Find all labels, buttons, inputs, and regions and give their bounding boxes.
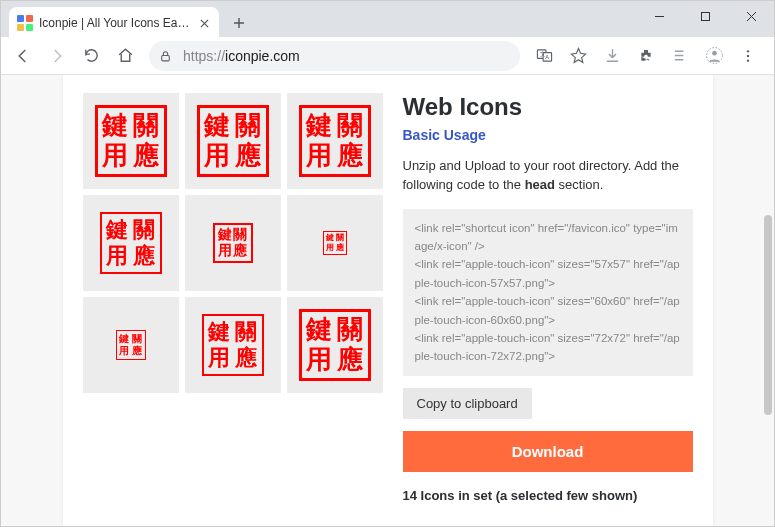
svg-rect-0 <box>701 12 709 20</box>
favicon <box>17 15 33 31</box>
forward-button[interactable] <box>41 40 73 72</box>
icon-preview[interactable]: 鍵關用應 <box>185 297 281 393</box>
section-subtitle: Basic Usage <box>403 127 693 143</box>
description: Unzip and Upload to your root directory.… <box>403 157 693 195</box>
bookmark-icon[interactable] <box>562 40 594 72</box>
home-button[interactable] <box>109 40 141 72</box>
download-button[interactable]: Download <box>403 431 693 472</box>
copy-button[interactable]: Copy to clipboard <box>403 388 532 419</box>
svg-point-8 <box>747 50 749 52</box>
svg-text:A: A <box>545 54 549 60</box>
info-panel: Web Icons Basic Usage Unzip and Upload t… <box>403 93 693 508</box>
address-bar[interactable]: https://iconpie.com <box>149 41 520 71</box>
url-text: https://iconpie.com <box>183 48 300 64</box>
icon-preview[interactable]: 鍵關用應 <box>287 93 383 189</box>
minimize-button[interactable] <box>636 1 682 31</box>
reload-button[interactable] <box>75 40 107 72</box>
icon-preview[interactable]: 鍵關用應 <box>185 195 281 291</box>
toolbar: https://iconpie.com 文A <box>1 37 774 75</box>
code-snippet: <link rel="shortcut icon" href="/favicon… <box>403 209 693 376</box>
icon-count-text: 14 Icons in set (a selected few shown) <box>403 488 693 503</box>
back-button[interactable] <box>7 40 39 72</box>
svg-point-9 <box>747 54 749 56</box>
svg-rect-1 <box>162 55 170 60</box>
extensions-icon[interactable] <box>630 40 662 72</box>
icon-preview[interactable]: 鍵關用應 <box>83 297 179 393</box>
viewport: 鍵關用應鍵關用應鍵關用應鍵關用應鍵關用應鍵關用應鍵關用應鍵關用應鍵關用應 Web… <box>1 75 774 526</box>
icon-preview[interactable]: 鍵關用應 <box>287 195 383 291</box>
page-title: Web Icons <box>403 93 693 121</box>
maximize-button[interactable] <box>682 1 728 31</box>
page-content: 鍵關用應鍵關用應鍵關用應鍵關用應鍵關用應鍵關用應鍵關用應鍵關用應鍵關用應 Web… <box>63 75 713 526</box>
tab-close-icon[interactable] <box>197 16 211 30</box>
icon-preview[interactable]: 鍵關用應 <box>185 93 281 189</box>
scrollbar-thumb[interactable] <box>764 215 772 415</box>
icon-preview[interactable]: 鍵關用應 <box>287 297 383 393</box>
downloads-icon[interactable] <box>596 40 628 72</box>
svg-point-10 <box>747 59 749 61</box>
tab-title: Iconpie | All Your Icons Easy As <box>39 16 193 30</box>
translate-icon[interactable]: 文A <box>528 40 560 72</box>
svg-point-7 <box>712 51 717 56</box>
profile-icon[interactable] <box>698 40 730 72</box>
icon-preview[interactable]: 鍵關用應 <box>83 195 179 291</box>
browser-tab[interactable]: Iconpie | All Your Icons Easy As <box>9 7 219 39</box>
icon-preview[interactable]: 鍵關用應 <box>83 93 179 189</box>
lock-icon <box>159 49 173 63</box>
icon-grid: 鍵關用應鍵關用應鍵關用應鍵關用應鍵關用應鍵關用應鍵關用應鍵關用應鍵關用應 <box>83 93 383 508</box>
reading-list-icon[interactable] <box>664 40 696 72</box>
menu-icon[interactable] <box>732 40 764 72</box>
close-window-button[interactable] <box>728 1 774 31</box>
new-tab-button[interactable] <box>225 9 253 37</box>
titlebar: Iconpie | All Your Icons Easy As <box>1 1 774 37</box>
